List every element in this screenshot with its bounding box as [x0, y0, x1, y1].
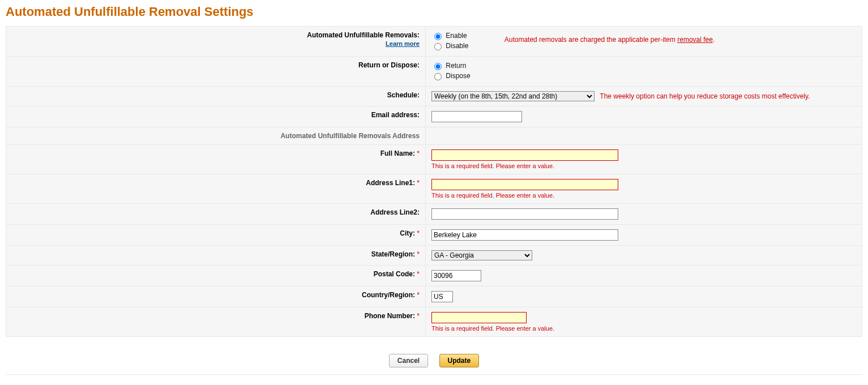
- phone-error: This is a required field. Please enter a…: [431, 325, 856, 332]
- removal-fee-note: Automated removals are charged the appli…: [504, 36, 715, 44]
- full-name-error: This is a required field. Please enter a…: [431, 162, 856, 169]
- schedule-note: The weekly option can help you reduce st…: [600, 92, 810, 100]
- row-phone: Phone Number: * This is a required field…: [6, 307, 862, 337]
- row-city: City: *: [6, 225, 862, 246]
- label-addr2: Address Line2:: [370, 208, 420, 216]
- label-disable: Disable: [446, 42, 468, 50]
- label-removals: Automated Unfulfillable Removals:: [307, 31, 420, 39]
- section-address-heading: Automated Unfulfillable Removals Address: [280, 132, 420, 140]
- radio-enable[interactable]: [434, 33, 442, 40]
- removal-fee-link[interactable]: removal fee: [677, 36, 713, 44]
- addr2-input[interactable]: [431, 208, 618, 220]
- cancel-button[interactable]: Cancel: [389, 354, 428, 367]
- row-address-section: Automated Unfulfillable Removals Address: [6, 127, 862, 145]
- button-bar: Cancel Update: [6, 354, 862, 371]
- label-full-name: Full Name:: [380, 149, 415, 157]
- row-email: Email address:: [6, 106, 862, 127]
- radio-disable[interactable]: [434, 43, 442, 50]
- row-removals: Automated Unfulfillable Removals: Learn …: [6, 27, 862, 57]
- radio-return[interactable]: [434, 63, 442, 70]
- label-return: Return: [446, 62, 466, 70]
- required-mark: *: [417, 179, 420, 187]
- row-return-dispose: Return or Dispose: Return Dispose: [6, 57, 862, 87]
- label-schedule: Schedule:: [387, 91, 420, 99]
- label-addr1: Address Line1:: [366, 179, 415, 187]
- row-addr1: Address Line1: * This is a required fiel…: [6, 174, 862, 204]
- label-postal: Postal Code:: [374, 270, 415, 278]
- radio-dispose[interactable]: [434, 73, 442, 80]
- required-mark: *: [417, 229, 420, 237]
- required-mark: *: [417, 270, 420, 278]
- label-phone: Phone Number:: [365, 312, 415, 320]
- label-country: Country/Region:: [362, 291, 415, 299]
- row-postal: Postal Code: *: [6, 266, 862, 286]
- schedule-select[interactable]: Weekly (on the 8th, 15th, 22nd and 28th): [431, 91, 595, 101]
- label-state: State/Region:: [371, 250, 415, 258]
- learn-more-link[interactable]: Learn more: [12, 40, 420, 47]
- phone-input[interactable]: [431, 312, 527, 323]
- label-city: City:: [400, 229, 415, 237]
- label-email: Email address:: [371, 111, 420, 119]
- email-input[interactable]: [431, 111, 522, 122]
- full-name-input[interactable]: [431, 149, 618, 161]
- row-schedule: Schedule: Weekly (on the 8th, 15th, 22nd…: [6, 87, 862, 106]
- bottom-divider: [6, 374, 862, 375]
- row-state: State/Region: * GA - Georgia: [6, 246, 862, 266]
- removal-fee-note-prefix: Automated removals are charged the appli…: [504, 36, 678, 44]
- page-title: Automated Unfulfillable Removal Settings: [6, 5, 862, 19]
- label-enable: Enable: [446, 32, 467, 40]
- state-select[interactable]: GA - Georgia: [431, 250, 532, 260]
- addr1-input[interactable]: [431, 179, 618, 190]
- required-mark: *: [417, 291, 420, 299]
- required-mark: *: [417, 250, 420, 258]
- label-return-dispose: Return or Dispose:: [358, 61, 420, 69]
- country-input[interactable]: [431, 291, 453, 302]
- update-button[interactable]: Update: [439, 354, 480, 367]
- label-dispose: Dispose: [446, 72, 470, 80]
- removal-fee-note-suffix: .: [713, 36, 715, 44]
- addr1-error: This is a required field. Please enter a…: [431, 192, 856, 199]
- city-input[interactable]: [431, 229, 618, 241]
- settings-form-table: Automated Unfulfillable Removals: Learn …: [6, 26, 862, 337]
- postal-input[interactable]: [431, 270, 481, 281]
- row-addr2: Address Line2:: [6, 204, 862, 225]
- required-mark: *: [417, 149, 420, 157]
- row-full-name: Full Name: * This is a required field. P…: [6, 145, 862, 174]
- required-mark: *: [417, 312, 420, 320]
- row-country: Country/Region: *: [6, 286, 862, 307]
